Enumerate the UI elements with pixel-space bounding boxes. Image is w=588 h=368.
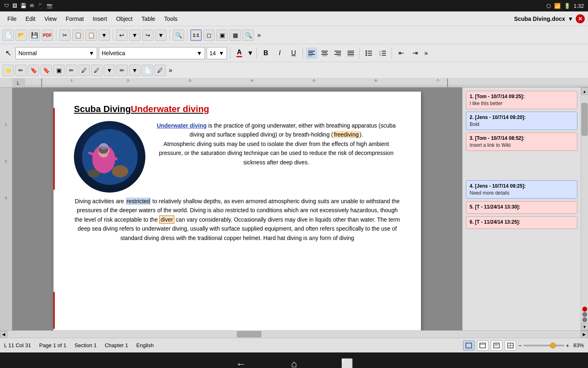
tb3-highlight2-btn[interactable]: 🖊 [91,65,102,76]
wifi-icon: 📶 [554,3,561,9]
tb-find-btn[interactable]: 🔍 [173,29,184,41]
zoom-track[interactable] [523,345,564,346]
font-size-selector[interactable]: 14 ▼ [207,47,227,59]
scroll-track[interactable] [581,95,588,306]
nav-home-btn[interactable]: ⌂ [284,356,304,368]
tb2-more-btn[interactable]: » [423,49,430,58]
style-selector[interactable]: Normal ▼ [16,47,97,59]
ruler-mark-2: ·2· [126,79,130,83]
tb-undo-drop-btn[interactable]: ▼ [129,29,140,41]
tb3-edit-btn[interactable]: ✏ [15,65,27,76]
tb3-doc-btn[interactable]: 📄 [142,65,153,76]
underline-btn[interactable]: U [287,47,300,59]
document: Scuba DivingUnderwater diving [53,92,421,330]
menu-tools[interactable]: Tools [160,14,182,24]
indent-out-btn[interactable]: ⇤ [395,47,407,59]
align-justify-btn[interactable] [345,47,356,59]
tb3-highlight5-drop-btn[interactable]: ▼ [129,65,140,76]
list-bullet-btn[interactable] [363,47,375,59]
tb3-bookmark2-btn[interactable]: 🔖 [40,65,52,76]
align-right-btn[interactable] [332,47,343,59]
ruler-indent-right[interactable] [447,79,448,87]
scroll-up-arrow[interactable]: ▲ [581,88,588,95]
tb3-pen-btn[interactable]: 🖊 [154,65,166,76]
view-web-btn[interactable] [477,341,488,350]
h-scroll-thumb[interactable] [237,331,261,337]
tb-open-btn[interactable]: 📂 [16,29,27,41]
font-color-drop-btn[interactable]: ▼ [247,47,254,59]
comment-5: 5. [T - 11/24/14 13:30]: [466,201,577,214]
home-icon: ⌂ [291,358,297,368]
nav-back-btn[interactable]: ← [231,356,251,368]
tb-redo-btn[interactable]: ↪ [142,29,154,41]
h-scroll-right[interactable]: ▶ [581,331,588,338]
tb-zoom-11-btn[interactable]: 1:1 [190,29,202,41]
tb3-frame-btn[interactable]: ▣ [53,65,65,76]
tb3-highlight3-drop-btn[interactable]: ▼ [104,65,115,76]
align-left-btn[interactable] [306,47,317,59]
ruler: L ·1· ·2· ·3· ·4· ·5· ·6· ·7· [0,79,588,88]
tb3-edit2-btn[interactable]: ✏ [66,65,77,76]
tb-cut-btn[interactable]: ✂ [59,29,71,41]
scroll-dot-red[interactable] [582,307,587,312]
tb-copy-btn[interactable]: 📋 [72,29,84,41]
view-outline-btn[interactable] [491,341,502,350]
tb-save-btn[interactable]: 💾 [29,29,40,41]
tb3-bookmark1-btn[interactable]: 🔖 [28,65,39,76]
tb3-more-btn[interactable]: » [167,66,174,75]
tb3-star-btn[interactable]: ⭐ [2,65,14,76]
close-button[interactable]: ✕ [576,14,585,23]
tb-magnify-btn[interactable]: 🔍 [243,29,254,41]
indent-in-btn[interactable]: ⇥ [409,47,421,59]
cursor-tool-btn[interactable]: ↖ [2,47,14,59]
scroll-thumb[interactable] [581,103,588,136]
menu-file[interactable]: File [3,14,21,24]
tb-undo-btn[interactable]: ↩ [116,29,127,41]
menu-view[interactable]: View [40,14,61,24]
ruler-content: ·1· ·2· ·3· ·4· ·5· ·6· ·7· [24,79,588,87]
menu-format[interactable]: Format [62,14,88,24]
bold-btn[interactable]: B [260,47,272,59]
tb-pdf-btn[interactable]: PDF [42,29,53,41]
nav-recent-btn[interactable]: ⬜ [337,356,357,368]
tb-paste-drop-btn[interactable]: ▼ [98,29,110,41]
scroll-dot-gray2[interactable] [582,317,587,322]
italic-btn[interactable]: I [274,47,286,59]
title-dropdown-icon[interactable]: ▼ [568,16,573,22]
menu-table[interactable]: Table [138,14,159,24]
align-center-btn[interactable] [319,47,330,59]
zoom-plus-btn[interactable]: + [566,342,569,349]
size-value: 14 [209,50,216,56]
nav-bar: ← ⌂ ⬜ [0,352,588,368]
tb-more-btn[interactable]: » [256,31,263,40]
tb-zoom-fit-btn[interactable]: ◻ [203,29,215,41]
tb-view2-btn[interactable]: ▦ [229,29,241,41]
zoom-minus-btn[interactable]: − [519,342,522,349]
scroll-dot-gray1[interactable] [582,312,587,317]
tb-redo-drop-btn[interactable]: ▼ [155,29,167,41]
menu-insert[interactable]: Insert [89,14,111,24]
scroll-down-arrow[interactable]: ▼ [581,323,588,330]
main-content-area: 1 2 3 Scuba DivingUnderwater diving [0,88,588,330]
tb3-highlight-btn[interactable]: 🖊 [78,65,90,76]
menu-object[interactable]: Object [112,14,136,24]
h-scroll-track[interactable] [7,331,581,338]
menu-edit[interactable]: Edit [22,14,40,24]
tb-paste-btn[interactable]: 📋 [85,29,97,41]
tb-new-btn[interactable]: 📄 [2,29,14,41]
tb3-highlight4-btn[interactable]: ✏ [116,65,128,76]
font-color-btn[interactable]: A [233,47,245,59]
doc-wrapper[interactable]: Scuba DivingUnderwater diving [12,88,462,330]
comment-3: 3. [Tom - 10/7/14 08:52]: Insert a link … [466,132,577,151]
zoom-thumb[interactable] [550,343,556,348]
view-full-btn[interactable] [505,341,516,350]
font-selector[interactable]: Helvetica ▼ [99,47,205,59]
list-number-btn[interactable]: 1.2.3. [376,47,389,59]
view-normal-btn[interactable] [463,341,474,350]
tb-view1-btn[interactable]: ▣ [216,29,228,41]
ruler-corner: L [12,79,24,88]
tb-sep4 [187,29,187,41]
h-scroll-left[interactable]: ◀ [0,331,7,338]
ruler-indent-left[interactable] [41,79,42,87]
toolbar2: ↖ Normal ▼ Helvetica ▼ 14 ▼ A ▼ B I U 1.… [0,44,588,62]
